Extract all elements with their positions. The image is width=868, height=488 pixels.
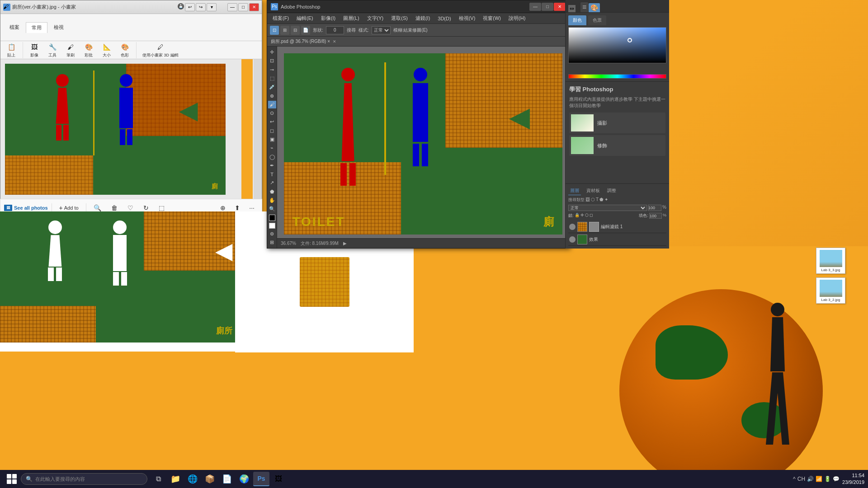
ps-clone-tool[interactable]: ⊙ bbox=[268, 109, 276, 117]
ps-history-tool[interactable]: ↩ bbox=[268, 118, 276, 126]
ps-layers-tab-adjust[interactable]: 調整 bbox=[605, 187, 618, 195]
ribbon-brush-btn[interactable]: 🖌 筆刷 bbox=[62, 41, 79, 59]
ps-menu-file[interactable]: 檔案(F) bbox=[269, 14, 292, 23]
notification-icon[interactable]: 💬 bbox=[833, 476, 840, 482]
ps-heal-tool[interactable]: ⊕ bbox=[268, 92, 276, 99]
undo-btn[interactable]: ↩ bbox=[185, 3, 195, 11]
ps-zoom-tool[interactable]: 🔍 bbox=[268, 205, 276, 213]
ps-mode-select[interactable]: 正常 bbox=[372, 26, 391, 34]
ps-opacity-input[interactable] bbox=[648, 205, 661, 211]
tray-up-icon[interactable]: ^ bbox=[793, 476, 796, 482]
taskbar-app-taskview[interactable]: ⧉ bbox=[150, 472, 166, 486]
ps-expand-collapse[interactable]: ⇔ bbox=[568, 5, 576, 12]
taskbar-app-photoshop[interactable]: Ps bbox=[253, 472, 269, 486]
ps-close-button[interactable]: ✕ bbox=[554, 3, 566, 11]
ps-lock-pixel[interactable]: ◻ bbox=[590, 213, 593, 219]
ps-layer-type-filter[interactable]: 搜尋類型 bbox=[568, 197, 585, 203]
ps-swatches-tab[interactable]: 色票 bbox=[588, 15, 606, 25]
ps-panel-expand-icon[interactable]: ⇔ bbox=[568, 5, 576, 12]
ps-move-tool[interactable]: ✛ bbox=[268, 48, 276, 56]
see-all-photos-button[interactable]: 🖼 See all photos bbox=[4, 205, 48, 211]
ps-maximize-button[interactable]: □ bbox=[542, 3, 553, 11]
ps-layer-filter-shape[interactable]: ⬟ bbox=[599, 197, 604, 203]
taskbar-clock[interactable]: 11:54 23/9/2019 bbox=[842, 472, 864, 486]
ps-brush-tool[interactable]: 🖌 bbox=[268, 101, 276, 108]
ps-hue-slider[interactable] bbox=[568, 74, 666, 79]
keyboard-layout-indicator[interactable]: CH bbox=[797, 476, 805, 482]
ps-lasso-tool[interactable]: ⊸ bbox=[268, 66, 276, 74]
ps-hand-tool[interactable]: ✋ bbox=[268, 197, 276, 204]
network-icon[interactable]: 📶 bbox=[816, 476, 822, 482]
ps-layers-tab-materials[interactable]: 資材板 bbox=[585, 187, 602, 195]
ps-menu-edit[interactable]: 編輯(E) bbox=[293, 14, 317, 23]
ps-lock-all[interactable]: 🔒 bbox=[575, 213, 580, 219]
ps-color-gradient-picker[interactable] bbox=[568, 27, 666, 63]
ps-layer-filter-text[interactable]: T bbox=[596, 197, 599, 203]
ps-shape-tool[interactable]: ⬟ bbox=[268, 188, 276, 196]
ps-menu-3d[interactable]: 3D(D) bbox=[434, 15, 454, 22]
ps-doc-tab-close[interactable]: ✕ bbox=[333, 39, 336, 44]
taskbar-app-ie[interactable]: 🌍 bbox=[236, 472, 252, 486]
ps-minimize-button[interactable]: — bbox=[529, 3, 541, 11]
ps-layer-2-visibility[interactable] bbox=[569, 236, 576, 243]
desktop-file-lab33[interactable]: Lab 3_3.jpg bbox=[816, 248, 845, 274]
ps-blur-tool[interactable]: ⌁ bbox=[268, 144, 276, 152]
ps-mask-mode[interactable]: ⊚ bbox=[268, 230, 276, 237]
ps-menu-filter[interactable]: 濾鏡(I) bbox=[412, 14, 434, 23]
ps-menu-layer[interactable]: 圖層(L) bbox=[340, 14, 363, 23]
desktop-file-lab32[interactable]: Lab 3_2.jpg bbox=[816, 277, 845, 304]
battery-icon[interactable]: 🔋 bbox=[824, 476, 831, 482]
ribbon-paste-btn[interactable]: 📋 貼上 bbox=[3, 41, 19, 59]
ps-text-tool[interactable]: T bbox=[268, 170, 276, 178]
ps-view-full2-btn[interactable]: ⊟ bbox=[291, 26, 300, 35]
ps-screen-mode[interactable]: ⊞ bbox=[268, 239, 276, 246]
taskbar-app-acrobat[interactable]: 📄 bbox=[219, 472, 235, 486]
ps-eraser-tool[interactable]: ◻ bbox=[268, 127, 276, 135]
volume-icon[interactable]: 🔊 bbox=[807, 476, 814, 482]
ribbon-image-btn[interactable]: 🖼 影像 bbox=[26, 41, 42, 59]
ps-color-icon[interactable]: 🎨 bbox=[589, 3, 600, 12]
ps-menu-select[interactable]: 選取(S) bbox=[387, 14, 411, 23]
taskbar-app-edge[interactable]: 🌐 bbox=[184, 472, 201, 486]
ps-layer-filter-image[interactable]: 🖼 bbox=[585, 197, 590, 203]
ps-layer-filter-adj[interactable]: ⬡ bbox=[591, 197, 595, 203]
maximize-button[interactable]: □ bbox=[238, 3, 248, 11]
redo-btn[interactable]: ↪ bbox=[196, 3, 206, 11]
ps-select-tool[interactable]: ⊡ bbox=[268, 57, 276, 65]
ps-lock-pos[interactable]: ✛ bbox=[580, 213, 584, 219]
ps-canvas-area[interactable]: ◀ TOILET 廁 bbox=[277, 47, 569, 248]
ps-info-expand[interactable]: ▶ bbox=[343, 241, 347, 246]
customize-btn[interactable]: ▾ bbox=[207, 3, 217, 11]
ps-view-standard-btn[interactable]: ⊡ bbox=[270, 26, 279, 35]
start-button[interactable] bbox=[4, 472, 20, 486]
tab-view[interactable]: 檢視 bbox=[48, 22, 69, 33]
ps-background-color[interactable] bbox=[269, 223, 275, 229]
taskbar-app-photos[interactable]: 🖼 bbox=[270, 472, 287, 486]
ps-menu-help[interactable]: 說明(H) bbox=[505, 14, 529, 23]
ps-view-full-btn[interactable]: ⊞ bbox=[280, 26, 289, 35]
ps-shape-value-input[interactable] bbox=[326, 26, 344, 34]
ps-menu-window[interactable]: 視窗(W) bbox=[479, 14, 505, 23]
ps-foreground-color[interactable] bbox=[269, 215, 275, 221]
taskbar-search-bar[interactable]: 🔍 在此輸入要搜尋的內容 bbox=[21, 473, 147, 485]
ps-path-tool[interactable]: ↗ bbox=[268, 179, 276, 187]
ps-learn-card-retouch[interactable]: 修飾 bbox=[569, 135, 665, 156]
ps-layers-icon[interactable]: ≡ bbox=[580, 2, 588, 12]
taskbar-app-fileexplorer[interactable]: 📁 bbox=[167, 472, 184, 486]
ribbon-color-btn[interactable]: 🎨 色彩 bbox=[117, 41, 133, 59]
minimize-button[interactable]: — bbox=[227, 3, 237, 11]
ps-pen-tool[interactable]: ✒ bbox=[268, 162, 276, 169]
ps-blend-mode-select[interactable]: 正常 bbox=[568, 205, 647, 211]
ps-lock-artboard[interactable]: ⬡ bbox=[585, 213, 589, 219]
tab-file[interactable]: 檔案 bbox=[4, 22, 25, 33]
ps-color-tab[interactable]: 顏色 bbox=[568, 15, 586, 25]
ribbon-tools-btn[interactable]: 🔧 工具 bbox=[44, 41, 61, 59]
ps-menu-image[interactable]: 影像(I) bbox=[317, 14, 339, 23]
ps-menu-view[interactable]: 檢視(V) bbox=[455, 14, 479, 23]
ps-view-doc-btn[interactable]: 📄 bbox=[301, 26, 310, 35]
ps-menu-type[interactable]: 文字(Y) bbox=[363, 14, 387, 23]
cracker-thumbnail[interactable] bbox=[300, 257, 349, 307]
ribbon-paint3d-btn[interactable]: 🖊 使用小畫家 3D 編輯 bbox=[140, 41, 181, 59]
vertical-scrollbar[interactable] bbox=[254, 59, 262, 199]
ps-eyedropper-tool[interactable]: 💉 bbox=[268, 83, 276, 91]
